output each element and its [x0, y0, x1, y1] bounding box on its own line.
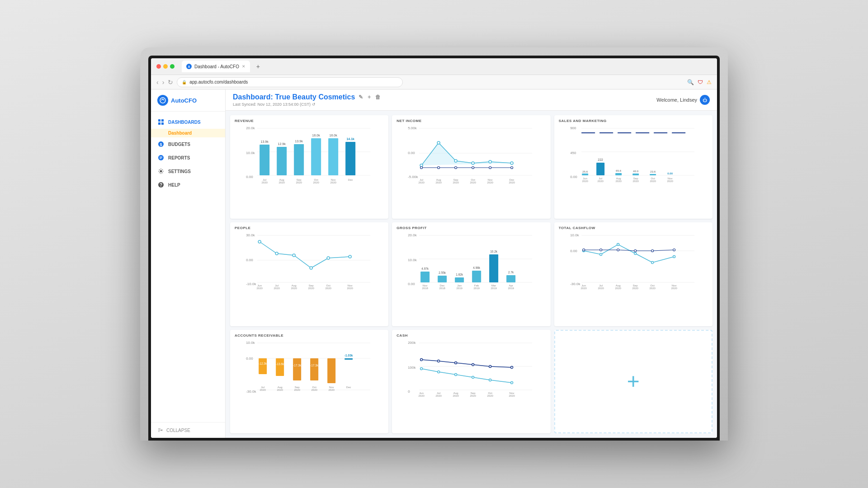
svg-text:2020: 2020 — [487, 394, 494, 397]
dashboard-title: Dashboard: True Beauty Cosmetics ✎ + 🗑 — [233, 93, 382, 101]
tab-title: Dashboard - AutoCFO — [194, 64, 239, 69]
svg-text:2020: 2020 — [277, 389, 283, 391]
svg-point-52 — [510, 162, 513, 164]
svg-text:200k: 200k — [408, 341, 416, 345]
add-icon[interactable]: + — [367, 93, 372, 101]
svg-rect-87 — [615, 173, 622, 175]
address-bar[interactable]: 🔒 app.autocfo.com/dashboards — [177, 77, 403, 87]
svg-rect-83 — [596, 163, 604, 175]
svg-point-233 — [472, 376, 474, 378]
svg-text:2020: 2020 — [259, 389, 266, 391]
logo-text: AutoCFO — [171, 97, 197, 104]
logo-icon — [157, 95, 168, 106]
back-button[interactable]: ‹ — [156, 79, 159, 86]
svg-text:Dec: Dec — [346, 386, 351, 389]
refresh-button[interactable]: ↻ — [168, 79, 173, 86]
svg-text:25.6: 25.6 — [582, 170, 588, 173]
cash-chart: 200k 100k 0 — [396, 339, 546, 400]
budgets-icon: $ — [157, 141, 165, 148]
svg-text:100k: 100k — [408, 366, 416, 370]
svg-text:2019: 2019 — [491, 287, 497, 290]
collapse-button[interactable]: COLLAPSE — [151, 422, 225, 438]
search-icon[interactable]: 🔍 — [687, 79, 694, 85]
svg-point-50 — [472, 162, 474, 164]
svg-text:10.0k: 10.0k — [246, 341, 255, 345]
tab-close-button[interactable]: ✕ — [242, 64, 245, 69]
browser-addressbar: ‹ › ↻ 🔒 app.autocfo.com/dashboards 🔍 🛡 ⚠ — [151, 75, 717, 89]
main-header: Dashboard: True Beauty Cosmetics ✎ + 🗑 L… — [226, 89, 717, 111]
sidebar-item-reports[interactable]: REPORTS — [151, 151, 225, 164]
svg-text:16.0k: 16.0k — [330, 134, 338, 137]
traffic-lights — [156, 64, 175, 69]
edit-icon[interactable]: ✎ — [358, 93, 364, 101]
browser-titlebar: A Dashboard - AutoCFO ✕ + — [151, 58, 717, 75]
net-income-chart: 5.00k 0.00 -5.00k — [396, 125, 546, 185]
sidebar-item-dashboard-sub[interactable]: Dashboard — [151, 129, 225, 137]
add-widget-card[interactable]: + — [554, 330, 712, 433]
svg-text:2020: 2020 — [649, 287, 656, 290]
close-button[interactable] — [156, 64, 161, 69]
svg-rect-4 — [161, 122, 164, 125]
svg-text:2020: 2020 — [256, 287, 263, 290]
alert-icon: ⚠ — [707, 79, 712, 85]
svg-point-56 — [472, 167, 474, 169]
svg-rect-142 — [472, 271, 481, 282]
sidebar-logo: AutoCFO — [151, 89, 225, 112]
svg-point-232 — [455, 373, 457, 375]
svg-text:65.6: 65.6 — [616, 169, 621, 172]
svg-text:2020: 2020 — [487, 181, 494, 183]
main-content: Dashboard: True Beauty Cosmetics ✎ + 🗑 L… — [226, 89, 717, 438]
svg-text:30.0k: 30.0k — [246, 233, 255, 237]
power-button[interactable]: ⏻ — [700, 95, 710, 105]
svg-text:2020: 2020 — [509, 394, 515, 397]
svg-rect-204 — [327, 358, 335, 383]
forward-button[interactable]: › — [162, 79, 165, 86]
svg-text:2020: 2020 — [419, 394, 425, 397]
settings-icon — [157, 168, 165, 175]
help-icon: ? — [157, 181, 165, 188]
svg-text:2020: 2020 — [308, 287, 314, 290]
delete-icon[interactable]: 🗑 — [374, 93, 382, 101]
sidebar-item-budgets[interactable]: $ BUDGETS — [151, 137, 225, 151]
minimize-button[interactable] — [163, 64, 168, 69]
svg-text:2020: 2020 — [453, 394, 459, 397]
svg-rect-85 — [582, 174, 588, 175]
svg-text:2020: 2020 — [470, 394, 476, 397]
svg-point-171 — [673, 256, 675, 258]
svg-text:2.55k: 2.55k — [439, 271, 447, 274]
svg-text:20.0k: 20.0k — [246, 126, 255, 130]
svg-text:-10.0k: -10.0k — [246, 282, 256, 286]
svg-text:10.0k: 10.0k — [570, 233, 580, 237]
svg-text:2020: 2020 — [294, 389, 300, 391]
svg-text:2020: 2020 — [325, 287, 331, 290]
svg-text:-17.3k: -17.3k — [293, 364, 302, 367]
total-cashflow-title: TOTAL CASHFLOW — [559, 226, 708, 230]
browser-tab[interactable]: A Dashboard - AutoCFO ✕ — [182, 61, 250, 72]
svg-text:40.0: 40.0 — [633, 170, 638, 173]
sidebar-item-settings[interactable]: SETTINGS — [151, 164, 225, 178]
svg-text:2019: 2019 — [508, 287, 514, 290]
svg-text:2020: 2020 — [453, 181, 459, 183]
svg-text:1.82k: 1.82k — [456, 273, 464, 276]
browser-chrome: A Dashboard - AutoCFO ✕ + ‹ › ↻ 🔒 app.au… — [151, 58, 717, 89]
total-cashflow-chart: 10.0k 0.00 -30.0k — [559, 232, 708, 292]
svg-point-117 — [349, 255, 351, 258]
svg-rect-27 — [345, 142, 355, 175]
new-tab-button[interactable]: + — [254, 62, 263, 71]
revenue-chart: 20.0k 10.0k 0.00 13.9k — [235, 125, 384, 185]
svg-point-230 — [420, 367, 423, 370]
browser-nav-icons: 🔍 🛡 ⚠ — [687, 79, 712, 85]
svg-point-172 — [582, 249, 585, 251]
svg-text:0.00: 0.00 — [667, 172, 673, 175]
svg-text:2020: 2020 — [328, 389, 335, 391]
sidebar-item-help[interactable]: ? HELP — [151, 178, 225, 192]
maximize-button[interactable] — [170, 64, 175, 69]
net-income-chart-card: NET INCOME 5.00k 0.00 -5.00k — [392, 115, 550, 219]
svg-rect-136 — [420, 272, 429, 282]
net-income-title: NET INCOME — [396, 119, 546, 123]
sidebar-item-dashboards[interactable]: DASHBOARDS — [151, 115, 225, 129]
svg-text:2020: 2020 — [470, 181, 476, 183]
svg-point-175 — [634, 250, 636, 252]
svg-point-48 — [437, 141, 440, 144]
svg-text:13.9k: 13.9k — [261, 140, 269, 143]
